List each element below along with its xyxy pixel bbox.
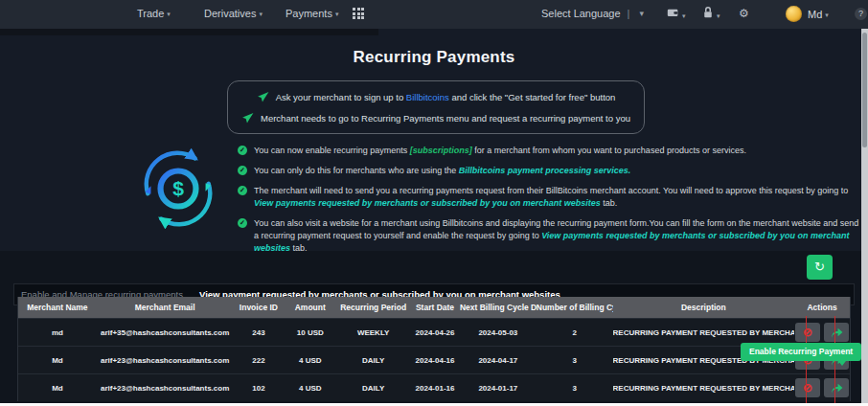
description-cell: RECURRING PAYMENT REQUESTED BY MERCHANT xyxy=(613,328,795,337)
scrollbar-thumb[interactable] xyxy=(862,33,867,147)
user-avatar-coin[interactable] xyxy=(786,6,802,22)
column-header: Number of Billing Cycles xyxy=(537,303,613,312)
column-header: Merchant Email xyxy=(97,303,234,312)
billing-cycles-cell: 3 xyxy=(537,384,613,393)
bullet-emphasis: [subscriptions] xyxy=(410,146,472,155)
next-billing-date-cell: 2024-01-17 xyxy=(460,384,537,393)
enable-payment-button[interactable] xyxy=(824,378,849,397)
list-item: ✓ You can only do this for merchants who… xyxy=(238,165,862,177)
bullet-text: You can also visit a website for a merch… xyxy=(254,217,862,255)
recurring-period-cell: DAILY xyxy=(336,356,410,365)
wallet-menu[interactable]: ▾ xyxy=(667,6,686,23)
billing-cycles-cell: 3 xyxy=(537,356,613,365)
cancel-payment-button[interactable]: ⊘ xyxy=(795,378,820,397)
merchant-email-cell: arif+23@hashcashconsultants.com xyxy=(97,384,234,393)
merchant-name-cell: Md xyxy=(18,356,97,365)
apps-grid-icon[interactable] xyxy=(353,8,366,21)
nav-item-payments-label: Payments xyxy=(286,8,332,19)
table-header-row: Merchant Name Merchant Email Invoice ID … xyxy=(18,297,850,318)
ban-icon: ⊘ xyxy=(803,327,812,338)
help-button[interactable]: ? xyxy=(855,8,867,20)
enable-payment-button[interactable] xyxy=(824,323,849,342)
chevron-down-icon: ▾ xyxy=(259,11,263,17)
app-window: Trade▾ Derivatives▾ Payments▾ Select Lan… xyxy=(0,0,868,406)
help-icon: ? xyxy=(858,9,863,18)
send-plane-icon xyxy=(257,91,269,103)
settings-button[interactable]: ⚙ xyxy=(739,7,749,20)
cancel-payment-button[interactable]: ⊘ xyxy=(795,323,820,342)
instructions-list: ✓ You can now enable recurring payments … xyxy=(238,145,862,262)
nav-item-derivatives[interactable]: Derivatives▾ xyxy=(204,8,263,19)
table-row: Md arif+23@hashcashconsultants.com 102 4… xyxy=(18,373,850,401)
description-cell: RECURRING PAYMENT REQUESTED BY MERCHANT xyxy=(613,384,795,393)
bullet-text: You can only do this for merchants who a… xyxy=(254,165,630,177)
column-header: Recurring Period xyxy=(336,303,410,312)
intro-line: Merchant needs to go to Recurring Paymen… xyxy=(241,112,630,124)
intro-text: Ask your merchant to sign up to Billbitc… xyxy=(276,92,616,102)
language-selector[interactable]: Select Language|▾ xyxy=(541,8,644,19)
chevron-down-icon: ▾ xyxy=(717,12,720,19)
merchant-email-cell: arif+35@hashcashconsultants.com xyxy=(97,328,234,337)
send-plane-icon xyxy=(241,112,254,124)
payments-panel: ↻ Enable and Manage recurring payments V… xyxy=(0,251,868,403)
nav-item-derivatives-label: Derivatives xyxy=(204,8,256,19)
divider: | xyxy=(628,8,630,19)
bullet-text: You can now enable recurring payments [s… xyxy=(254,145,746,157)
next-billing-date-cell: 2024-05-03 xyxy=(460,328,537,337)
username: Md xyxy=(808,9,822,20)
start-date-cell: 2024-01-16 xyxy=(410,384,460,393)
start-date-cell: 2024-04-16 xyxy=(410,356,460,365)
amount-cell: 4 USD xyxy=(284,356,336,365)
invoice-id-cell: 243 xyxy=(233,328,284,337)
security-menu[interactable]: ▾ xyxy=(702,6,720,23)
invoice-id-cell: 102 xyxy=(233,384,284,393)
top-nav: Trade▾ Derivatives▾ Payments▾ Select Lan… xyxy=(0,0,868,29)
chevron-down-icon: ▾ xyxy=(639,9,644,18)
merchant-name-cell: md xyxy=(18,328,97,337)
column-header: Start Date xyxy=(410,303,460,312)
merchant-name-cell: Md xyxy=(18,384,97,393)
nav-item-trade[interactable]: Trade▾ xyxy=(137,8,171,19)
column-header: Merchant Name xyxy=(18,303,97,312)
payments-table: Merchant Name Merchant Email Invoice ID … xyxy=(17,297,851,401)
actions-cell: ⊘ xyxy=(794,378,850,397)
view-payments-tab-link[interactable]: View payments requested by merchants or … xyxy=(254,198,601,208)
chevron-down-icon: ▾ xyxy=(825,11,829,18)
intro-text: Merchant needs to go to Recurring Paymen… xyxy=(261,113,630,124)
recurring-period-cell: DAILY xyxy=(336,384,410,393)
amount-cell: 4 USD xyxy=(284,384,336,393)
forward-arrow-icon xyxy=(831,383,843,394)
scrollbar[interactable] xyxy=(861,29,868,403)
chevron-down-icon: ▾ xyxy=(682,12,686,19)
nav-item-trade-label: Trade xyxy=(137,8,164,19)
start-date-cell: 2024-04-26 xyxy=(410,328,460,337)
list-item: ✓ You can now enable recurring payments … xyxy=(238,145,862,157)
check-icon: ✓ xyxy=(238,218,247,228)
bullet-text: The merchant will need to send you a rec… xyxy=(254,185,862,210)
language-label: Select Language xyxy=(541,8,621,19)
intro-box: Ask your merchant to sign up to Billbitc… xyxy=(227,80,645,134)
billbitcoins-link[interactable]: Billbitcoins xyxy=(406,92,449,102)
nav-item-payments[interactable]: Payments▾ xyxy=(286,8,338,19)
next-billing-date-cell: 2024-04-17 xyxy=(460,356,537,365)
forward-arrow-icon xyxy=(831,327,843,338)
check-icon: ✓ xyxy=(238,146,247,155)
column-header: Next Billing Cycle Date xyxy=(460,303,537,312)
list-item: ✓ The merchant will need to send you a r… xyxy=(238,185,862,210)
table-row: Md arif+23@hashcashconsultants.com 222 4… xyxy=(18,346,850,373)
column-header: Actions xyxy=(794,303,850,312)
refresh-button[interactable]: ↻ xyxy=(807,255,833,280)
column-header: Invoice ID xyxy=(233,303,284,312)
gear-icon: ⚙ xyxy=(739,7,749,20)
billing-cycles-cell: 2 xyxy=(537,328,613,337)
user-menu[interactable]: Md▾ xyxy=(808,9,829,20)
amount-cell: 10 USD xyxy=(284,328,336,337)
chevron-down-icon: ▾ xyxy=(167,11,171,17)
refresh-icon: ↻ xyxy=(814,259,825,274)
check-icon: ✓ xyxy=(238,166,247,175)
ban-icon: ⊘ xyxy=(803,382,812,394)
chevron-down-icon: ▾ xyxy=(335,11,339,17)
nav-shadow xyxy=(0,29,378,35)
actions-cell: ⊘ xyxy=(794,323,850,342)
svg-text:$: $ xyxy=(172,177,184,199)
